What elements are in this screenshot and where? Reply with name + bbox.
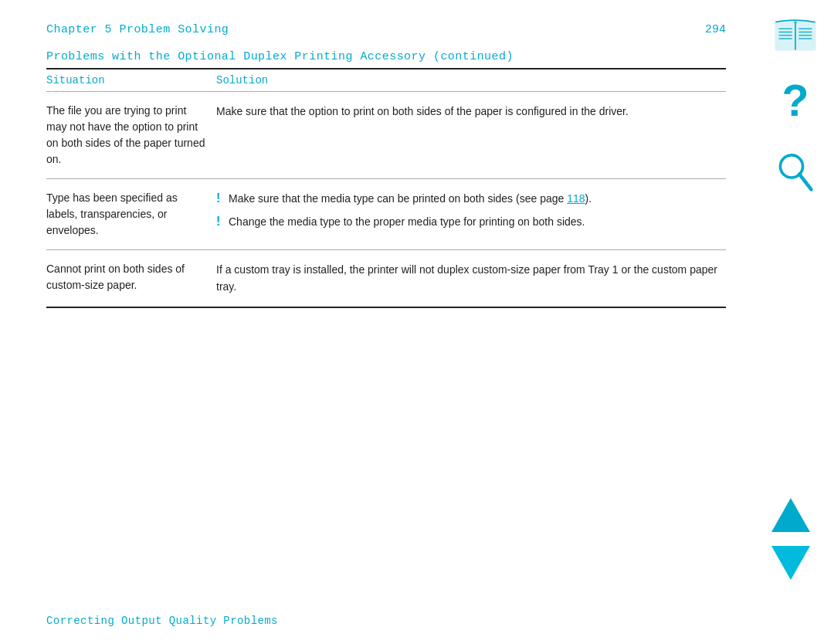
svg-marker-15 [771,498,810,532]
svg-rect-0 [775,22,794,50]
table-row: The file you are trying to print may not… [46,92,726,179]
situation-cell: Type has been specified as labels, trans… [46,190,216,239]
col-header-solution: Solution [216,74,726,86]
book-icon[interactable] [772,15,819,58]
solution-cell: If a custom tray is installed, the print… [216,261,726,296]
col-header-situation: Situation [46,74,216,86]
question-icon[interactable]: ? [776,81,815,127]
nav-arrows [770,496,812,582]
bullet-icon: ! [216,213,224,230]
up-arrow-icon[interactable] [770,496,812,534]
section-title: Problems with the Optional Duplex Printi… [46,50,726,63]
bullet-text: Make sure that the media type can be pri… [229,190,592,207]
content-table: Situation Solution The file you are tryi… [46,68,726,308]
table-row: Type has been specified as labels, trans… [46,179,726,250]
situation-cell: The file you are trying to print may not… [46,103,216,168]
magnify-icon[interactable] [776,151,815,197]
svg-line-14 [799,174,811,189]
bullet-icon: ! [216,190,224,207]
bullet-text: Change the media type to the proper medi… [229,213,585,230]
table-header: Situation Solution [46,69,726,92]
table-row: Cannot print on both sides of custom-siz… [46,250,726,307]
solution-cell: Make sure that the option to print on bo… [216,103,726,168]
solution-cell: ! Make sure that the media type can be p… [216,190,726,239]
situation-cell: Cannot print on both sides of custom-siz… [46,261,216,296]
chapter-title: Chapter 5 Problem Solving [46,23,229,36]
svg-rect-1 [797,22,815,50]
svg-text:?: ? [782,81,809,125]
page-link[interactable]: 118 [567,192,585,205]
footer-link[interactable]: Correcting Output Quality Problems [46,615,278,627]
page-number: 294 [705,23,726,36]
down-arrow-icon[interactable] [770,544,812,582]
sidebar-icons: ? [772,15,819,197]
svg-marker-16 [771,546,810,580]
